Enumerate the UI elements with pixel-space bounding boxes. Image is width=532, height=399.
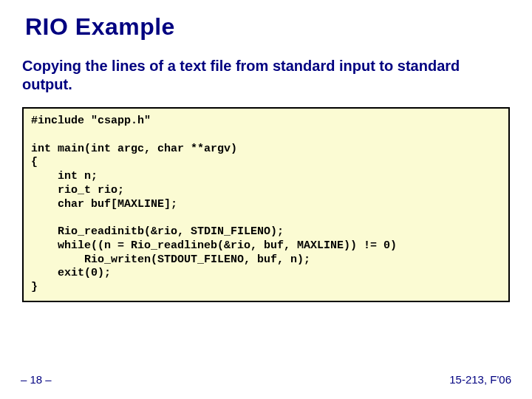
slide-subtitle: Copying the lines of a text file from st… (21, 57, 511, 94)
course-tag: 15-213, F'06 (449, 373, 511, 386)
page-number: – 18 – (21, 373, 52, 386)
code-content: #include "csapp.h" int main(int argc, ch… (31, 115, 501, 295)
slide-title: RIO Example (25, 13, 511, 41)
slide: RIO Example Copying the lines of a text … (0, 0, 532, 399)
code-box: #include "csapp.h" int main(int argc, ch… (22, 107, 510, 302)
